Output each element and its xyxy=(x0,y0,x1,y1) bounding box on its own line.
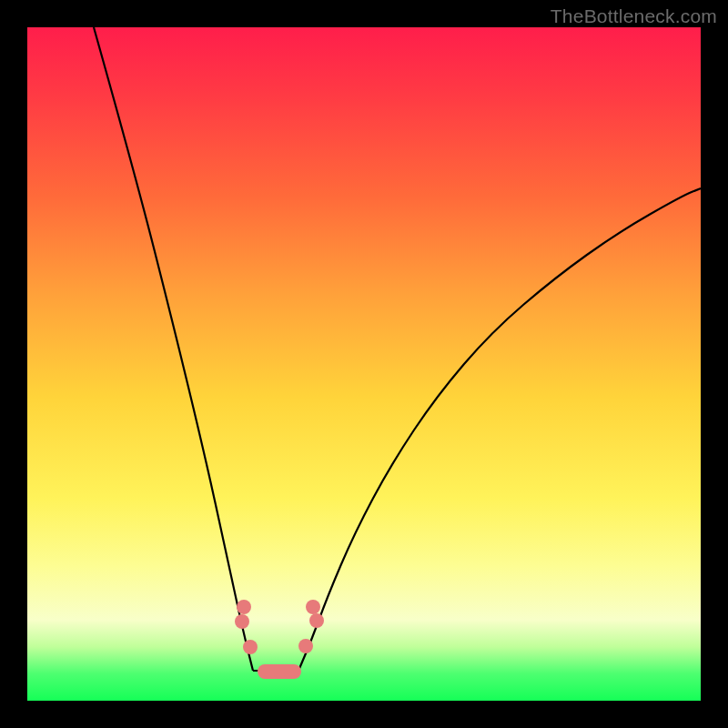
marker-dot-0 xyxy=(237,600,251,614)
marker-dot-1 xyxy=(235,614,249,629)
marker-dot-4 xyxy=(309,613,324,628)
curve-left-branch xyxy=(94,27,253,671)
curve-right-branch xyxy=(298,188,701,671)
watermark-text: TheBottleneck.com xyxy=(551,5,717,27)
marker-dot-3 xyxy=(306,600,320,614)
marker-dot-2 xyxy=(243,640,258,654)
marker-dot-5 xyxy=(298,639,313,653)
marker-pill-6 xyxy=(258,664,301,679)
chart-svg xyxy=(27,27,701,701)
